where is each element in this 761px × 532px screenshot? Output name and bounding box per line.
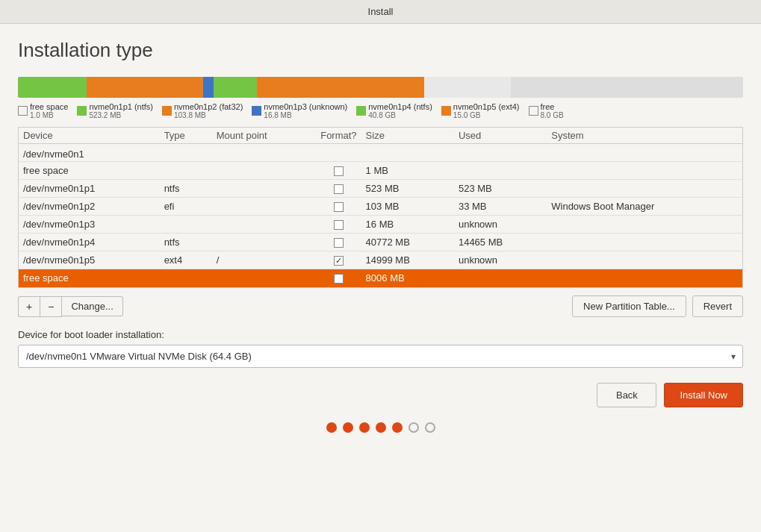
table-cell: 523 MB: [361, 180, 454, 198]
table-cell: [361, 144, 454, 162]
title-bar-label: Install: [368, 6, 394, 17]
legend-size: 15.0 GB: [453, 111, 520, 119]
partition-segment: [203, 77, 214, 98]
legend-item: nvme0n1p5 (ext4)15.0 GB: [441, 102, 520, 119]
legend-label: nvme0n1p5 (ext4): [453, 102, 520, 111]
progress-dot-filled: [326, 422, 337, 433]
table-cell: /: [212, 251, 316, 269]
table-row[interactable]: free space8006 MB: [19, 269, 742, 287]
table-cell: [547, 251, 742, 269]
boot-loader-select[interactable]: /dev/nvme0n1 VMware Virtual NVMe Disk (6…: [18, 345, 743, 368]
format-checkbox[interactable]: [316, 251, 361, 269]
table-header: Format?: [316, 128, 361, 144]
boot-loader-label: Device for boot loader installation:: [18, 329, 743, 340]
legend-label: free: [541, 102, 555, 111]
table-cell: 14999 MB: [361, 251, 454, 269]
progress-dot-filled: [392, 422, 403, 433]
table-cell: 40772 MB: [361, 234, 454, 251]
back-button[interactable]: Back: [597, 383, 656, 407]
table-cell: unknown: [454, 251, 547, 269]
add-partition-button[interactable]: +: [18, 296, 40, 317]
table-row[interactable]: /dev/nvme0n1p316 MBunknown: [19, 216, 742, 234]
table-cell: 33 MB: [454, 198, 547, 216]
table-cell: [547, 234, 742, 251]
table-cell: /dev/nvme0n1: [19, 144, 160, 162]
progress-dot-empty: [425, 422, 435, 433]
table-row[interactable]: /dev/nvme0n1p1ntfs523 MB523 MB: [19, 180, 742, 198]
legend-item: free space1.0 MB: [18, 102, 68, 119]
progress-dot-empty: [409, 422, 419, 433]
table-row[interactable]: /dev/nvme0n1p4ntfs40772 MB14465 MB: [19, 234, 742, 251]
format-checkbox[interactable]: [316, 234, 361, 251]
legend-color: [162, 106, 172, 116]
table-row[interactable]: free space1 MB: [19, 162, 742, 180]
table-cell: free space: [19, 269, 160, 287]
legend-size: 8.0 GB: [541, 111, 564, 119]
nav-buttons: Back Install Now: [18, 383, 743, 407]
table-cell: [160, 162, 212, 180]
format-checkbox[interactable]: [316, 269, 361, 287]
remove-partition-button[interactable]: −: [40, 296, 62, 317]
table-cell: /dev/nvme0n1p5: [19, 251, 160, 269]
boot-loader-select-wrapper[interactable]: /dev/nvme0n1 VMware Virtual NVMe Disk (6…: [18, 345, 743, 368]
table-cell: [212, 180, 316, 198]
table-cell: 103 MB: [361, 198, 454, 216]
format-checkbox[interactable]: [316, 180, 361, 198]
table-cell: ntfs: [160, 180, 212, 198]
table-cell: unknown: [454, 216, 547, 234]
legend-color: [441, 106, 451, 116]
install-now-button[interactable]: Install Now: [664, 383, 743, 407]
partition-legend: free space1.0 MBnvme0n1p1 (ntfs)523.2 MB…: [18, 102, 743, 119]
legend-label: nvme0n1p3 (unknown): [264, 102, 347, 111]
table-cell: [212, 198, 316, 216]
change-partition-button[interactable]: Change...: [62, 296, 122, 316]
format-checkbox[interactable]: [316, 144, 361, 162]
table-cell: [547, 216, 742, 234]
new-partition-table-button[interactable]: New Partition Table...: [572, 295, 686, 317]
revert-button[interactable]: Revert: [692, 295, 743, 317]
table-cell: [454, 144, 547, 162]
legend-color: [18, 106, 28, 116]
legend-size: 1.0 MB: [30, 111, 68, 119]
table-cell: /dev/nvme0n1p4: [19, 234, 160, 251]
legend-size: 103.8 MB: [174, 111, 243, 119]
legend-label: nvme0n1p1 (ntfs): [89, 102, 153, 111]
table-cell: [212, 144, 316, 162]
table-cell: 1 MB: [361, 162, 454, 180]
table-cell: [454, 269, 547, 287]
partition-bar: [18, 77, 743, 98]
legend-item: nvme0n1p3 (unknown)16.8 MB: [252, 102, 347, 119]
partition-segment: [424, 77, 512, 98]
table-cell: [212, 162, 316, 180]
table-row[interactable]: /dev/nvme0n1p2efi103 MB33 MBWindows Boot…: [19, 198, 742, 216]
table-cell: 523 MB: [454, 180, 547, 198]
table-cell: ntfs: [160, 234, 212, 251]
table-cell: [454, 162, 547, 180]
legend-size: 523.2 MB: [89, 111, 153, 119]
table-row[interactable]: /dev/nvme0n1: [19, 144, 742, 162]
table-row[interactable]: /dev/nvme0n1p5ext4/14999 MBunknown: [19, 251, 742, 269]
partition-table: DeviceTypeMount pointFormat?SizeUsedSyst…: [19, 128, 742, 287]
table-cell: /dev/nvme0n1p1: [19, 180, 160, 198]
table-header: Type: [160, 128, 212, 144]
table-header: Used: [454, 128, 547, 144]
legend-item: nvme0n1p1 (ntfs)523.2 MB: [77, 102, 153, 119]
legend-label: nvme0n1p2 (fat32): [174, 102, 243, 111]
legend-label: nvme0n1p4 (ntfs): [368, 102, 432, 111]
boot-loader-section: Device for boot loader installation: /de…: [18, 329, 743, 368]
legend-item: free8.0 GB: [529, 102, 564, 119]
legend-item: nvme0n1p2 (fat32)103.8 MB: [162, 102, 243, 119]
table-cell: [547, 180, 742, 198]
table-cell: [212, 269, 316, 287]
format-checkbox[interactable]: [316, 216, 361, 234]
table-header: Size: [361, 128, 454, 144]
legend-color: [252, 106, 261, 116]
partition-segment: [29, 77, 87, 98]
title-bar: Install: [0, 0, 761, 24]
table-cell: 16 MB: [361, 216, 454, 234]
format-checkbox[interactable]: [316, 198, 361, 216]
format-checkbox[interactable]: [316, 162, 361, 180]
partition-segment: [87, 77, 202, 98]
partition-table-wrapper: DeviceTypeMount pointFormat?SizeUsedSyst…: [18, 127, 743, 288]
table-cell: [547, 144, 742, 162]
